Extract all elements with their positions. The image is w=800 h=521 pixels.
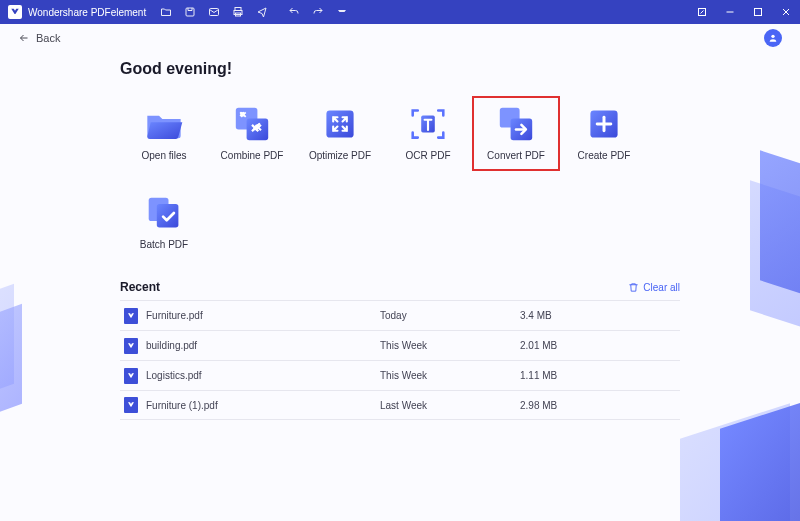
tile-label: Create PDF (562, 150, 646, 161)
window-minimize-icon[interactable] (724, 6, 736, 18)
greeting-text: Good evening! (120, 60, 680, 78)
file-time: This Week (380, 370, 520, 381)
file-name: building.pdf (146, 340, 197, 351)
svg-rect-13 (326, 110, 353, 137)
open-file-icon[interactable] (160, 6, 172, 18)
tile-label: OCR PDF (386, 150, 470, 161)
file-size: 2.01 MB (520, 340, 620, 351)
recent-list: Furniture.pdf Today 3.4 MB building.pdf … (120, 300, 680, 420)
back-row: Back (0, 24, 800, 52)
clear-all-button[interactable]: Clear all (628, 282, 680, 293)
convert-icon (492, 104, 540, 144)
recent-header: Recent Clear all (120, 280, 680, 294)
tile-optimize-pdf[interactable]: Optimize PDF (296, 96, 384, 171)
window-compact-icon[interactable] (696, 6, 708, 18)
recent-row[interactable]: Furniture.pdf Today 3.4 MB (120, 300, 680, 330)
back-button[interactable]: Back (18, 32, 60, 44)
tile-combine-pdf[interactable]: Combine PDF (208, 96, 296, 171)
pdf-file-icon (124, 338, 138, 354)
tile-label: Optimize PDF (298, 150, 382, 161)
mail-icon[interactable] (208, 6, 220, 18)
file-size: 2.98 MB (520, 400, 620, 411)
tile-ocr-pdf[interactable]: OCR PDF (384, 96, 472, 171)
action-tiles: Open files Combine PDF Optimize PDF OCR … (120, 96, 680, 260)
clear-all-label: Clear all (643, 282, 680, 293)
file-time: Today (380, 310, 520, 321)
app-title: Wondershare PDFelement (28, 7, 146, 18)
titlebar: Wondershare PDFelement (0, 0, 800, 24)
create-icon (580, 104, 628, 144)
tile-label: Convert PDF (474, 150, 558, 161)
pdf-file-icon (124, 368, 138, 384)
file-cell: Furniture.pdf (120, 308, 380, 324)
recent-row[interactable]: Logistics.pdf This Week 1.11 MB (120, 360, 680, 390)
file-time: Last Week (380, 400, 520, 411)
save-icon[interactable] (184, 6, 196, 18)
recent-row[interactable]: Furniture (1).pdf Last Week 2.98 MB (120, 390, 680, 420)
pdf-file-icon (124, 397, 138, 413)
svg-rect-7 (755, 9, 762, 16)
ocr-icon (404, 104, 452, 144)
file-cell: building.pdf (120, 338, 380, 354)
svg-rect-0 (186, 8, 194, 16)
pdf-file-icon (124, 308, 138, 324)
tile-create-pdf[interactable]: Create PDF (560, 96, 648, 171)
batch-icon (140, 193, 188, 233)
file-name: Furniture (1).pdf (146, 400, 218, 411)
back-label: Back (36, 32, 60, 44)
window-close-icon[interactable] (780, 6, 792, 18)
file-time: This Week (380, 340, 520, 351)
file-name: Logistics.pdf (146, 370, 202, 381)
tile-label: Open files (122, 150, 206, 161)
recent-row[interactable]: building.pdf This Week 2.01 MB (120, 330, 680, 360)
tile-convert-pdf[interactable]: Convert PDF (472, 96, 560, 171)
undo-icon[interactable] (288, 6, 300, 18)
recent-title: Recent (120, 280, 160, 294)
app-logo-icon (8, 5, 22, 19)
file-cell: Furniture (1).pdf (120, 397, 380, 413)
tile-label: Combine PDF (210, 150, 294, 161)
svg-point-10 (771, 35, 774, 38)
tile-open-files[interactable]: Open files (120, 96, 208, 171)
share-icon[interactable] (256, 6, 268, 18)
print-icon[interactable] (232, 6, 244, 18)
tile-batch-pdf[interactable]: Batch PDF (120, 185, 208, 260)
redo-icon[interactable] (312, 6, 324, 18)
tile-label: Batch PDF (122, 239, 206, 250)
combine-icon (228, 104, 276, 144)
folder-open-icon (140, 104, 188, 144)
optimize-icon (316, 104, 364, 144)
main-content: Good evening! Open files Combine PDF Opt… (0, 60, 800, 420)
window-maximize-icon[interactable] (752, 6, 764, 18)
file-size: 3.4 MB (520, 310, 620, 321)
user-avatar[interactable] (764, 29, 782, 47)
more-menu-icon[interactable] (336, 6, 348, 18)
file-size: 1.11 MB (520, 370, 620, 381)
svg-rect-21 (157, 204, 179, 227)
file-cell: Logistics.pdf (120, 368, 380, 384)
file-name: Furniture.pdf (146, 310, 203, 321)
